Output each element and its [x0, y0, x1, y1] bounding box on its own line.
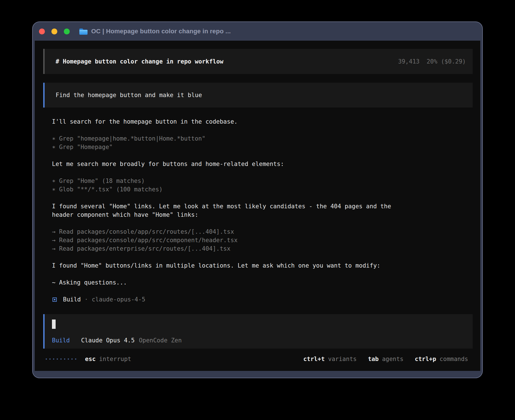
- session-header: # Homepage button color change in repo w…: [43, 49, 473, 74]
- output-line: → Read packages/console/app/src/componen…: [52, 236, 473, 244]
- input-meta: Build Claude Opus 4.5 OpenCode Zen: [52, 336, 473, 345]
- close-button[interactable]: [39, 29, 45, 34]
- hint-key: tab: [368, 355, 379, 363]
- user-message-text: Find the homepage button and make it blu…: [56, 92, 202, 99]
- statusbar: esc interrupt ctrl+tvariantstabagentsctr…: [46, 355, 468, 363]
- maximize-button[interactable]: [64, 29, 70, 34]
- spinner-dots: [46, 358, 76, 360]
- spinner-dot: [64, 358, 65, 360]
- statusbar-right: ctrl+tvariantstabagentsctrl+pcommands: [303, 355, 468, 363]
- hint-label: variants: [328, 355, 357, 363]
- agent-status-row: Build · claude-opus-4-5: [53, 295, 480, 304]
- output-line: [52, 253, 473, 261]
- spinner-dot: [71, 358, 73, 360]
- terminal-window: OC | Homepage button color change in rep…: [32, 21, 483, 378]
- keyboard-hint: tabagents: [368, 355, 403, 363]
- output-line: ∗ Grep "Home" (18 matches): [52, 177, 473, 185]
- spinner-dot: [68, 358, 69, 360]
- esc-key-label: interrupt: [99, 355, 131, 363]
- output-line: ∗ Grep "Homepage": [52, 143, 473, 151]
- context-cost: 20% ($0.29): [427, 58, 466, 65]
- spinner-dot: [53, 358, 54, 360]
- esc-key-hint: esc: [85, 355, 96, 363]
- build-square-icon: [53, 298, 57, 302]
- input-provider-label: OpenCode Zen: [139, 336, 182, 345]
- output-line: I'll search for the homepage button in t…: [52, 117, 473, 126]
- agent-name: Build: [63, 295, 81, 304]
- folder-icon: [79, 28, 88, 35]
- spinner-dot: [49, 358, 51, 360]
- output-line: ∗ Grep "homepage|home.*button|Home.*butt…: [52, 134, 473, 143]
- window-title: OC | Homepage button color change in rep…: [91, 28, 231, 35]
- hint-key: ctrl+p: [415, 355, 436, 363]
- output-line: [52, 287, 473, 295]
- output-line: [52, 270, 473, 278]
- spinner-dot: [60, 358, 62, 360]
- hint-label: agents: [382, 355, 403, 363]
- spinner-dot: [57, 358, 58, 360]
- agent-separator: ·: [84, 295, 88, 304]
- statusbar-left: esc interrupt: [46, 355, 131, 363]
- output-line: header component which have "Home" links…: [52, 211, 473, 219]
- assistant-output: I'll search for the homepage button in t…: [52, 117, 473, 295]
- output-line: I found "Home" buttons/links in multiple…: [52, 261, 473, 270]
- token-count: 39,413: [398, 58, 420, 65]
- hint-key: ctrl+t: [303, 355, 325, 363]
- session-title: # Homepage button color change in repo w…: [56, 58, 223, 65]
- hint-label: commands: [440, 355, 468, 363]
- output-line: → Read packages/enterprise/src/routes/[.…: [52, 244, 473, 253]
- minimize-button[interactable]: [51, 29, 57, 34]
- output-line: ∗ Glob "**/*.tsx" (100 matches): [52, 185, 473, 194]
- keyboard-hint: ctrl+tvariants: [303, 355, 357, 363]
- session-stats: 39,413 20% ($0.29): [398, 58, 466, 65]
- output-line: [52, 168, 473, 177]
- window-titlebar: OC | Homepage button color change in rep…: [33, 22, 482, 41]
- spinner-dot: [46, 358, 47, 360]
- prompt-input[interactable]: Build Claude Opus 4.5 OpenCode Zen: [43, 314, 473, 349]
- output-line: [52, 126, 473, 134]
- agent-model: claude-opus-4-5: [92, 295, 145, 304]
- output-line: [52, 219, 473, 228]
- output-line: → Read packages/console/app/src/routes/[…: [52, 228, 473, 236]
- keyboard-hint: ctrl+pcommands: [415, 355, 468, 363]
- input-agent-label: Build: [52, 336, 70, 345]
- output-line: Let me search more broadly for buttons a…: [52, 160, 473, 168]
- output-line: [52, 151, 473, 160]
- user-message: Find the homepage button and make it blu…: [43, 83, 473, 108]
- output-line: ~ Asking questions...: [52, 278, 473, 287]
- input-model-label: Claude Opus 4.5: [81, 336, 135, 345]
- output-line: I found several "Home" links. Let me loo…: [52, 202, 473, 211]
- spinner-dot: [75, 358, 76, 360]
- output-line: [52, 194, 473, 202]
- terminal-content: # Homepage button color change in repo w…: [35, 41, 480, 371]
- text-cursor: [52, 320, 56, 329]
